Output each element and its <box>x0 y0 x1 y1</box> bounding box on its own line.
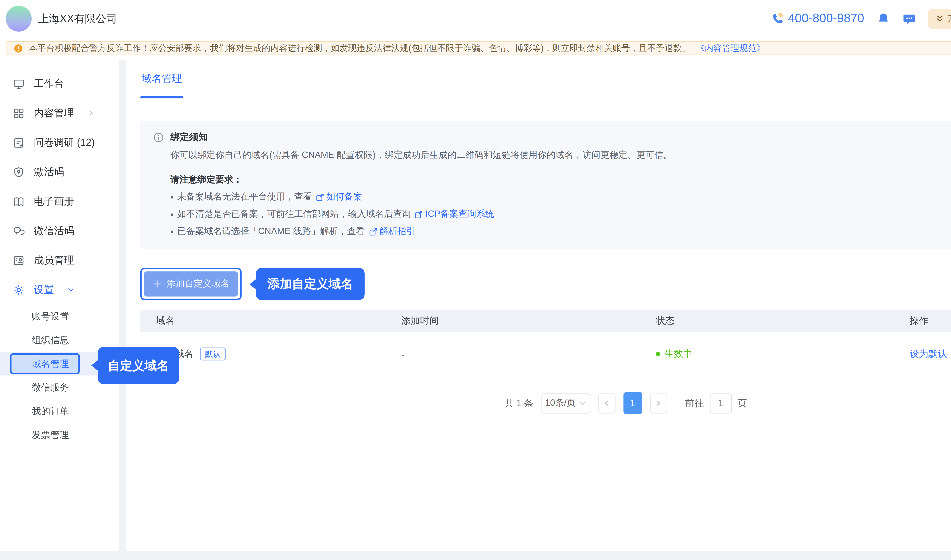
sidebar-item-label: 成员管理 <box>34 254 74 267</box>
chevron-right-icon <box>87 109 95 117</box>
monitor-icon <box>12 78 24 89</box>
pagination: 共 1 条 10条/页 1 前往 页 <box>140 392 951 414</box>
chevron-right-icon <box>655 399 662 407</box>
upgrade-renew-label: 升级/续费 <box>947 12 951 25</box>
chat-icon <box>902 12 916 25</box>
support-phone: 400-800-9870 <box>770 11 864 26</box>
bullet-text: 未备案域名无法在平台使用，查看 <box>177 191 312 203</box>
page-size-value: 10条/页 <box>545 397 576 409</box>
header-left: 上海XX有限公司 <box>6 6 117 32</box>
external-link-icon <box>369 227 377 236</box>
sidebar-subitem-label: 发票管理 <box>32 428 69 441</box>
link-label: 解析指引 <box>379 225 415 237</box>
vip-crown-icon <box>936 14 944 23</box>
column-header-domain: 域名 <box>140 314 401 328</box>
sidebar-subitem-invoice-management[interactable]: 发票管理 <box>0 423 119 446</box>
notice-intro: 你可以绑定你自己的域名(需具备 CNAME 配置权限)，绑定成功后生成的二维码和… <box>170 149 951 162</box>
goto-page-input[interactable] <box>710 393 732 413</box>
goto-page-group: 前往 页 <box>685 393 747 413</box>
notice-requirements-title: 请注意绑定要求： <box>170 174 951 186</box>
anti-fraud-banner: 本平台积极配合警方反诈工作！应公安部要求，我们将对生成的内容进行检测，如发现违反… <box>6 41 951 55</box>
pagination-total: 共 1 条 <box>504 397 533 409</box>
support-phone-number: 400-800-9870 <box>788 11 864 26</box>
main-panel: 域名管理 绑定须知 你可以绑定你自己的域名(需具备 CNAME 配置权限)，绑定… <box>126 60 951 551</box>
messages-button[interactable] <box>902 12 916 25</box>
custom-domain-callout: 自定义域名 <box>98 347 179 384</box>
upgrade-renew-button[interactable]: 升级/续费 <box>928 9 951 28</box>
external-link-icon <box>315 193 324 201</box>
chevron-down-icon <box>579 400 587 407</box>
sidebar-item-survey[interactable]: 问卷调研 (12) <box>0 128 119 157</box>
shield-key-icon <box>12 166 24 178</box>
sidebar-item-label: 问卷调研 (12) <box>34 136 95 149</box>
add-domain-button-highlight: 添加自定义域名 <box>140 268 242 300</box>
sidebar: 工作台 内容管理 问卷调研 (12) 激活码 电子画册 微信活码 <box>0 60 119 551</box>
sidebar-item-content-management[interactable]: 内容管理 <box>0 98 119 128</box>
page-1-button[interactable]: 1 <box>623 392 642 414</box>
book-icon <box>12 196 24 207</box>
page-size-select[interactable]: 10条/页 <box>541 393 590 413</box>
notice-bullet: 已备案域名请选择「CNAME 线路」解析，查看 解析指引 <box>170 225 951 237</box>
survey-icon <box>12 137 24 148</box>
info-icon <box>153 132 164 143</box>
page-unit-label: 页 <box>738 397 747 409</box>
notifications-button[interactable] <box>877 12 890 25</box>
sidebar-item-e-album[interactable]: 电子画册 <box>0 186 119 216</box>
sidebar-item-label: 工作台 <box>34 77 64 90</box>
chat-bubbles-icon <box>12 225 24 236</box>
link-label: ICP备案查询系统 <box>425 208 494 220</box>
phone-icon <box>770 12 783 25</box>
content-row: 工作台 内容管理 问卷调研 (12) 激活码 电子画册 微信活码 <box>0 60 951 560</box>
content-policy-link[interactable]: 《内容管理规范》 <box>696 42 765 54</box>
sidebar-subitem-my-orders[interactable]: 我的订单 <box>0 399 119 423</box>
add-custom-domain-button[interactable]: 添加自定义域名 <box>144 271 238 297</box>
sidebar-subitem-label: 账号设置 <box>32 310 69 323</box>
sidebar-item-activation-code[interactable]: 激活码 <box>0 157 119 186</box>
notice-bullet: 如不清楚是否已备案，可前往工信部网站，输入域名后查询 ICP备案查询系统 <box>170 208 951 220</box>
sidebar-item-settings[interactable]: 设置 <box>0 275 119 305</box>
how-to-register-link[interactable]: 如何备案 <box>315 191 362 203</box>
sidebar-subitem-label: 微信服务 <box>32 381 69 394</box>
plus-icon <box>152 279 162 289</box>
table-header: 域名 添加时间 状态 操作 <box>140 310 951 332</box>
icp-query-link[interactable]: ICP备案查询系统 <box>414 208 494 220</box>
link-label: 如何备案 <box>326 191 362 203</box>
notice-title: 绑定须知 <box>170 131 208 144</box>
notice-body: 你可以绑定你自己的域名(需具备 CNAME 配置权限)，绑定成功后生成的二维码和… <box>153 149 951 238</box>
bell-icon <box>877 12 890 25</box>
sidebar-item-label: 激活码 <box>34 166 64 178</box>
sidebar-item-member-management[interactable]: 成员管理 <box>0 246 119 275</box>
set-default-link[interactable]: 设为默认 <box>910 348 947 360</box>
custom-domain-callout-label: 自定义域名 <box>108 357 169 374</box>
domain-cell: 系统域名 默认 <box>140 348 401 360</box>
sidebar-item-label: 微信活码 <box>34 225 74 237</box>
column-header-added-time: 添加时间 <box>401 314 656 328</box>
sidebar-subitem-account-settings[interactable]: 账号设置 <box>0 305 119 328</box>
status-cell: 生效中 <box>656 348 910 360</box>
prev-page-button[interactable] <box>598 393 616 413</box>
tab-domain-management[interactable]: 域名管理 <box>140 60 183 98</box>
notice-header: 绑定须知 <box>153 131 951 144</box>
grid-icon <box>12 108 24 119</box>
status-badge: 生效中 <box>656 348 910 360</box>
sidebar-item-label: 电子画册 <box>34 195 74 208</box>
dns-guide-link[interactable]: 解析指引 <box>369 225 415 237</box>
table-row: 系统域名 默认 - 生效中 设为默认 全量应用 <box>140 332 951 376</box>
header-right: 400-800-9870 升级/续费 VIP Niko 组织ID:1329284 <box>770 6 951 32</box>
gear-icon <box>12 284 24 295</box>
app-window: 上海XX有限公司 400-800-9870 升级/续费 VIP <box>0 0 951 560</box>
sidebar-item-wechat-qr[interactable]: 微信活码 <box>0 216 119 246</box>
column-header-actions: 操作 <box>910 314 951 328</box>
sidebar-item-workbench[interactable]: 工作台 <box>0 69 119 98</box>
notice-bullet: 未备案域名无法在平台使用，查看 如何备案 <box>170 191 951 203</box>
sidebar-subitem-domain-management[interactable]: 域名管理 自定义域名 <box>0 352 119 375</box>
company-logo <box>6 6 32 32</box>
member-card-icon <box>12 254 24 266</box>
next-page-button[interactable] <box>650 393 667 413</box>
top-header: 上海XX有限公司 400-800-9870 升级/续费 VIP <box>0 0 951 37</box>
chevron-left-icon <box>603 399 611 407</box>
warning-icon <box>14 43 23 53</box>
goto-label: 前往 <box>685 397 704 409</box>
external-link-icon <box>414 210 423 218</box>
bullet-text: 已备案域名请选择「CNAME 线路」解析，查看 <box>177 225 365 237</box>
